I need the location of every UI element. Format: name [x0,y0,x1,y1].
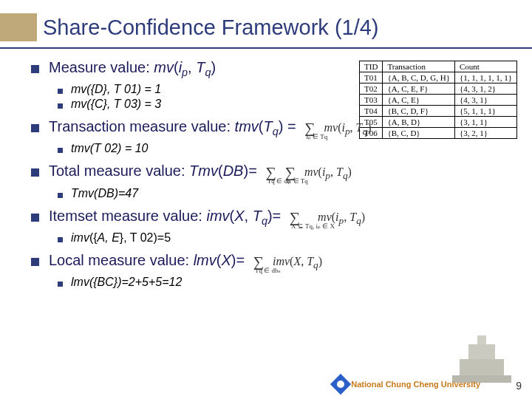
b2-sub1: tmv(T 02) = 10 [49,142,532,155]
footer-logo: National Chung Cheng University [333,377,480,392]
bullet-itemset-mv: Itemset measure value: imv(X, Tq)= ∑X ⊆ … [31,208,532,245]
b4-formula: ∑X ⊆ Tq, iₚ ∈ X mv(ip, Tq) [290,208,365,227]
university-logo-icon [330,374,351,395]
b4-prefix: Itemset measure value: [49,208,206,224]
b3-prefix: Total measure value: [49,163,189,180]
b1-sub1: mv({D}, T 01) = 1 [49,83,532,96]
b2-formula: ∑iₚ ∈ Tq mv(ip, Tq) [304,118,371,137]
b1-fn: mv [154,59,174,75]
b2-prefix: Transaction measure value: [49,118,235,134]
slide-title: Share-Confidence Framework (1/4) [43,16,379,40]
title-underline [0,47,532,49]
b1-prefix: Measure value: [49,59,154,75]
bullet-measure-value: Measure value: mv(ip, Tq) mv({D}, T 01) … [31,59,532,111]
content-area: Measure value: mv(ip, Tq) mv({D}, T 01) … [0,59,532,289]
b1-sub2: mv({C}, T 03) = 3 [49,98,532,111]
university-name: National Chung Cheng University [351,380,480,389]
page-number: 9 [516,380,522,392]
bullet-total-mv: Total measure value: Tmv(DB)= ∑Tq ∈ db ∑… [31,163,532,200]
b5-prefix: Local measure value: [49,252,194,268]
b3-formula: ∑Tq ∈ db ∑iₚ ∈ Tq mv(ip, Tq) [265,163,352,182]
temple-decoration [445,331,519,383]
title-bar: Share-Confidence Framework (1/4) [0,0,532,47]
title-accent-block [0,13,37,41]
b5-sub1: lmv({BC})=2+5+5=12 [49,276,532,289]
bullet-local-mv: Local measure value: lmv(X)= ∑Tq ∈ dbₓ i… [31,252,532,289]
b3-sub1: Tmv(DB)=47 [49,187,532,200]
bullet-transaction-mv: Transaction measure value: tmv(Tq) = ∑iₚ… [31,118,532,155]
b5-formula: ∑Tq ∈ dbₓ imv(X, Tq) [253,252,322,271]
b4-sub1: imv({A, E}, T 02)=5 [49,231,532,245]
